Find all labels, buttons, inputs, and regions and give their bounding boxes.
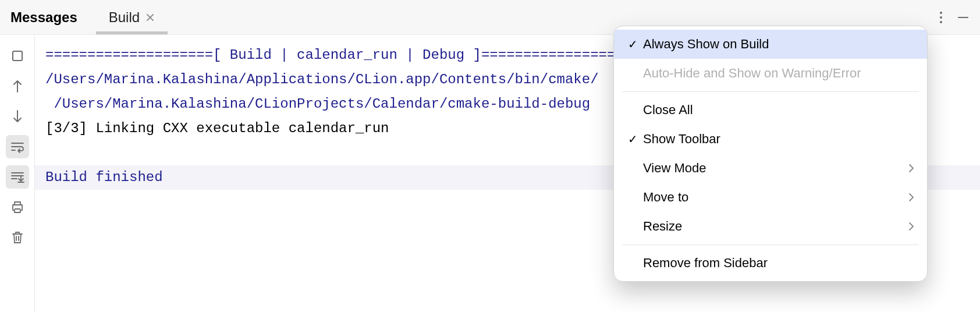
tab-underline xyxy=(96,31,168,34)
menu-label: Remove from Sidebar xyxy=(643,256,914,271)
menu-view-mode[interactable]: View Mode xyxy=(614,154,927,183)
chevron-right-icon xyxy=(908,164,914,173)
header-actions xyxy=(939,11,980,24)
next-button[interactable] xyxy=(6,105,29,128)
menu-close-all[interactable]: Close All xyxy=(614,95,927,125)
check-icon: ✓ xyxy=(622,37,643,51)
tab-build[interactable]: Build xyxy=(102,0,162,34)
menu-separator xyxy=(622,91,919,92)
console-line: /Users/Marina.Kalashina/CLionProjects/Ca… xyxy=(45,96,599,112)
menu-label: Close All xyxy=(643,102,914,118)
console-line: /Users/Marina.Kalashina/Applications/CLi… xyxy=(45,72,599,87)
menu-label: Auto-Hide and Show on Warning/Error xyxy=(643,66,914,81)
console-line: [3/3] Linking CXX executable calendar_ru… xyxy=(45,120,389,136)
tab-label: Build xyxy=(109,9,140,26)
print-button[interactable] xyxy=(6,196,29,219)
stop-button[interactable] xyxy=(6,44,29,68)
check-icon: ✓ xyxy=(622,132,643,146)
menu-separator xyxy=(622,244,919,245)
console-line: ====================[ Build | calendar_r… xyxy=(45,47,649,63)
svg-rect-3 xyxy=(13,51,22,61)
chevron-right-icon xyxy=(908,193,914,202)
svg-point-0 xyxy=(940,12,942,14)
previous-button[interactable] xyxy=(6,75,29,98)
svg-point-2 xyxy=(940,21,942,23)
menu-remove-sidebar[interactable]: Remove from Sidebar xyxy=(614,249,927,278)
scroll-to-end-button[interactable] xyxy=(6,165,29,189)
trash-button[interactable] xyxy=(6,226,29,249)
menu-show-toolbar[interactable]: ✓ Show Toolbar xyxy=(614,125,927,154)
more-icon[interactable] xyxy=(939,11,943,24)
svg-point-1 xyxy=(940,16,942,19)
menu-label: Move to xyxy=(643,190,908,205)
menu-label: Show Toolbar xyxy=(643,132,914,147)
menu-auto-hide[interactable]: Auto-Hide and Show on Warning/Error xyxy=(614,59,927,88)
close-icon[interactable] xyxy=(145,13,155,22)
context-menu: ✓ Always Show on Build Auto-Hide and Sho… xyxy=(613,26,928,282)
gutter-toolbar xyxy=(0,35,35,312)
menu-label: View Mode xyxy=(643,161,908,176)
menu-always-show[interactable]: ✓ Always Show on Build xyxy=(614,30,927,59)
menu-label: Resize xyxy=(643,219,908,234)
menu-resize[interactable]: Resize xyxy=(614,212,927,241)
menu-move-to[interactable]: Move to xyxy=(614,183,927,212)
menu-label: Always Show on Build xyxy=(643,37,914,52)
minimize-icon[interactable] xyxy=(957,11,970,24)
chevron-right-icon xyxy=(908,222,914,231)
console-line: Build finished xyxy=(45,169,163,185)
panel-title: Messages xyxy=(10,9,77,26)
soft-wrap-button[interactable] xyxy=(6,135,29,158)
